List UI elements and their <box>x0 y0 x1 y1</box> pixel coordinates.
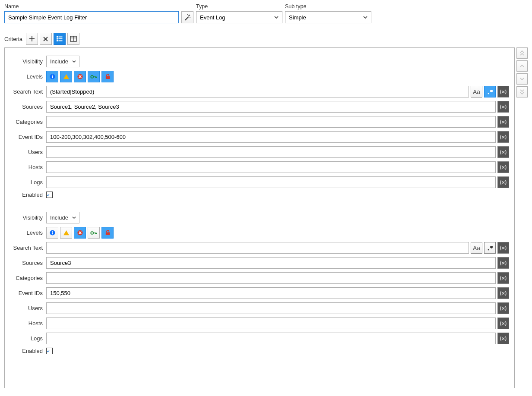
variable-picker-button[interactable] <box>497 176 509 188</box>
svg-point-20 <box>91 232 93 234</box>
variable-picker-button[interactable] <box>497 101 509 113</box>
variable-icon <box>500 275 507 281</box>
level-success-toggle[interactable] <box>88 227 100 239</box>
level-success-toggle[interactable] <box>88 71 100 82</box>
hosts-input[interactable] <box>46 317 496 329</box>
enabled-checkbox[interactable] <box>46 192 53 198</box>
magic-wand-button[interactable] <box>181 11 193 23</box>
chevron-down-icon <box>519 76 525 82</box>
key-icon <box>90 74 98 79</box>
case-sensitive-toggle[interactable]: Aa <box>471 242 482 254</box>
table-view-button[interactable] <box>67 33 79 45</box>
move-bottom-button[interactable] <box>516 86 528 97</box>
level-warning-toggle[interactable] <box>60 71 72 82</box>
lock-icon <box>105 229 111 236</box>
logs-input[interactable] <box>46 333 496 344</box>
variable-icon <box>500 305 507 311</box>
event-ids-input[interactable] <box>46 131 496 143</box>
regex-icon <box>487 88 494 95</box>
levels-label: Levels <box>10 229 43 236</box>
remove-criteria-button[interactable] <box>40 33 52 45</box>
regex-toggle[interactable] <box>484 86 496 97</box>
variable-picker-button[interactable] <box>497 317 509 329</box>
variable-picker-button[interactable] <box>497 272 509 284</box>
variable-icon <box>500 119 507 125</box>
svg-point-1 <box>187 14 188 15</box>
subtype-select[interactable]: Simple <box>285 11 371 23</box>
double-chevron-up-icon <box>519 50 525 56</box>
move-up-button[interactable] <box>516 60 528 72</box>
svg-point-0 <box>190 17 190 18</box>
search-text-label: Search Text <box>10 88 43 95</box>
level-info-toggle[interactable] <box>46 71 58 82</box>
error-circle-icon <box>77 229 83 236</box>
search-text-input[interactable] <box>46 242 469 254</box>
variable-picker-button[interactable] <box>497 146 509 158</box>
variable-picker-button[interactable] <box>497 161 509 173</box>
svg-rect-5 <box>58 38 62 39</box>
level-security-toggle[interactable] <box>101 71 114 82</box>
hosts-input[interactable] <box>46 161 496 173</box>
svg-rect-2 <box>57 36 58 38</box>
add-criteria-button[interactable] <box>26 33 38 45</box>
variable-picker-button[interactable] <box>497 257 509 269</box>
variable-picker-button[interactable] <box>497 116 509 128</box>
list-view-button[interactable] <box>54 33 66 45</box>
info-icon <box>49 73 56 80</box>
categories-input[interactable] <box>46 116 496 128</box>
error-circle-icon <box>77 73 83 80</box>
variable-picker-button[interactable] <box>497 287 509 299</box>
enabled-label: Enabled <box>10 348 43 354</box>
level-info-toggle[interactable] <box>46 227 58 239</box>
svg-point-15 <box>488 93 489 94</box>
level-warning-toggle[interactable] <box>60 227 72 239</box>
list-view-icon <box>56 36 63 42</box>
variable-icon <box>500 290 507 296</box>
variable-picker-button[interactable] <box>497 86 509 97</box>
subtype-label: Sub type <box>285 3 371 9</box>
sources-input[interactable] <box>46 257 496 269</box>
svg-rect-10 <box>52 76 53 79</box>
regex-icon <box>487 245 494 251</box>
variable-icon <box>500 260 507 266</box>
users-input[interactable] <box>46 146 496 158</box>
enabled-label: Enabled <box>10 192 43 198</box>
users-input[interactable] <box>46 302 496 314</box>
variable-icon <box>500 336 507 342</box>
level-error-toggle[interactable] <box>74 227 86 239</box>
checkmark-icon <box>47 349 50 354</box>
variable-icon <box>500 179 507 185</box>
variable-picker-button[interactable] <box>497 242 509 254</box>
checkmark-icon <box>47 192 50 198</box>
users-label: Users <box>10 305 43 311</box>
search-text-input[interactable] <box>46 86 469 97</box>
levels-label: Levels <box>10 73 43 80</box>
logs-input[interactable] <box>46 176 496 188</box>
variable-picker-button[interactable] <box>497 333 509 344</box>
move-top-button[interactable] <box>516 47 528 59</box>
visibility-select[interactable]: Include <box>46 56 79 67</box>
variable-icon <box>500 104 507 110</box>
hosts-label: Hosts <box>10 164 43 170</box>
name-input[interactable] <box>4 11 179 23</box>
warning-triangle-icon <box>63 73 70 80</box>
variable-picker-button[interactable] <box>497 302 509 314</box>
visibility-select[interactable]: Include <box>46 212 79 223</box>
sources-label: Sources <box>10 260 43 266</box>
enabled-checkbox[interactable] <box>46 348 53 354</box>
case-sensitive-toggle[interactable]: Aa <box>471 86 482 97</box>
categories-input[interactable] <box>46 272 496 284</box>
criteria-toolbar <box>26 33 81 45</box>
event-ids-input[interactable] <box>46 287 496 299</box>
categories-label: Categories <box>10 119 43 125</box>
svg-rect-4 <box>57 38 58 40</box>
svg-rect-14 <box>105 76 109 79</box>
variable-picker-button[interactable] <box>497 131 509 143</box>
svg-point-11 <box>52 75 53 75</box>
level-security-toggle[interactable] <box>101 227 114 239</box>
type-select[interactable]: Event Log <box>196 11 282 23</box>
move-down-button[interactable] <box>516 73 528 85</box>
level-error-toggle[interactable] <box>74 71 86 82</box>
regex-toggle[interactable] <box>484 242 496 254</box>
sources-input[interactable] <box>46 101 496 113</box>
